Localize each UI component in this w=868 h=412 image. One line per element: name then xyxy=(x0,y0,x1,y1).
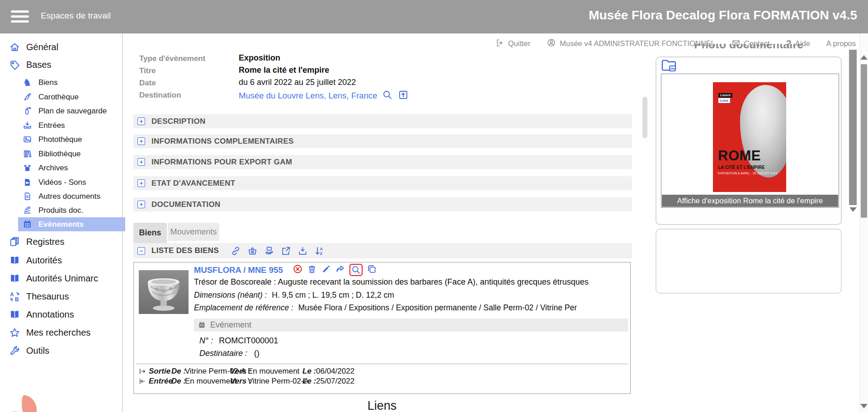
exposition-poster-image[interactable]: Louvre Lens ROME LA CITÉ ET L'EMPIRE EXP… xyxy=(713,82,786,192)
link-icon[interactable] xyxy=(231,246,241,256)
open-record-icon[interactable] xyxy=(398,89,409,102)
view-icon-highlighted[interactable] xyxy=(349,264,363,276)
panel-resize-handle[interactable] xyxy=(642,97,647,138)
sidebar-item-evenements[interactable]: Evènements xyxy=(18,217,125,231)
quit-button[interactable]: Quitter xyxy=(495,38,531,49)
sidebar-item-carotheque[interactable]: Carothèque xyxy=(18,90,125,104)
svg-text:A: A xyxy=(10,291,14,298)
sidebar-item-produits-doc[interactable]: Produits doc. xyxy=(18,203,125,217)
bien-thumbnail-image[interactable] xyxy=(139,270,189,314)
entree-icon xyxy=(139,378,146,387)
sidebar-item-archives[interactable]: Archives xyxy=(18,161,125,175)
hamburger-menu-icon[interactable] xyxy=(11,10,29,23)
workspace-label[interactable]: Espaces de travail xyxy=(41,11,111,21)
duplicate-icon[interactable] xyxy=(367,264,377,276)
search-icon[interactable] xyxy=(382,89,393,102)
sidebar-item-label: Général xyxy=(26,42,58,52)
sidebar-item-label: Carothèque xyxy=(38,93,79,102)
home-icon xyxy=(9,42,20,53)
cancel-icon[interactable] xyxy=(292,264,303,276)
numero-label: N° : xyxy=(199,336,213,345)
user-account-menu[interactable]: Musée v4 ADMINISTRATEUR FONCTIONNEL xyxy=(547,38,715,49)
sidebar-item-label: Outils xyxy=(26,346,49,356)
mouvement-row-entree: Entrée De : En mouvement Vers : Vitrine … xyxy=(134,377,629,387)
scroll-up-icon[interactable] xyxy=(860,55,868,60)
section-etat-avancement[interactable]: + ETAT D'AVANCEMENT xyxy=(133,176,632,190)
sidebar-item-label: Autorités Unimarc xyxy=(26,273,98,284)
sidebar-item-bases[interactable]: Bases xyxy=(0,56,122,73)
edit-icon[interactable] xyxy=(321,264,331,276)
download-icon[interactable] xyxy=(297,246,308,256)
field-label-date: Date xyxy=(139,79,156,88)
books-icon xyxy=(21,149,33,159)
basket-icon[interactable] xyxy=(247,246,258,256)
le-label: Le : xyxy=(302,377,316,386)
evenement-numero-row: N° : ROMCIT000001 xyxy=(199,336,278,346)
sidebar-item-general[interactable]: Général xyxy=(0,39,122,55)
sidebar-item-outils[interactable]: Outils xyxy=(0,342,122,359)
destination-link[interactable]: Musée du Louvre Lens, Lens, France xyxy=(239,91,377,101)
secondary-panel xyxy=(656,229,842,294)
expand-icon[interactable]: + xyxy=(137,137,145,145)
liste-des-biens-bar: − LISTE DES BIENS AZ xyxy=(133,243,632,258)
sidebar-item-biens[interactable]: ♞ Biens xyxy=(18,75,125,89)
expand-icon[interactable]: + xyxy=(137,201,145,208)
sidebar-item-autorites-unimarc[interactable]: Autorités Unimarc xyxy=(0,270,122,286)
loan-hand-icon[interactable] xyxy=(264,246,274,256)
share-icon[interactable] xyxy=(335,264,345,276)
help-button[interactable]: ? Aide xyxy=(786,38,810,49)
sidebar-item-label: Annotations xyxy=(26,309,74,320)
bien-header-row: MUSFLORA / MNE 955 xyxy=(194,264,377,276)
extinguisher-icon xyxy=(21,106,33,116)
logo-petal xyxy=(19,395,39,412)
panel-scrollbar-thumb[interactable] xyxy=(849,50,857,205)
section-informations-complementaires[interactable]: + INFORMATIONS COMPLEMENTAIRES xyxy=(133,134,632,148)
sidebar-item-annotations[interactable]: Annotations xyxy=(0,306,122,323)
wrench-icon xyxy=(9,345,20,356)
sidebar-item-bibliotheque[interactable]: Bibliothèque xyxy=(18,147,125,161)
sidebar-item-entrees[interactable]: Entrées xyxy=(18,118,125,132)
document-icon xyxy=(21,192,33,201)
poster-dates: EXPOSITION 6 AVRIL - 25 JUILLET 2022 xyxy=(718,172,778,175)
section-label: ETAT D'AVANCEMENT xyxy=(151,179,235,188)
expand-icon[interactable]: + xyxy=(137,117,145,125)
card-divider xyxy=(136,364,628,364)
external-link-icon[interactable] xyxy=(281,246,291,256)
sidebar-item-label: Plan de sauvegarde xyxy=(38,107,107,116)
section-documentation[interactable]: + DOCUMENTATION xyxy=(133,197,632,211)
sidebar-item-autorites[interactable]: Autorités xyxy=(0,252,122,268)
delete-icon[interactable] xyxy=(307,264,317,276)
sidebar-item-plan-sauvegarde[interactable]: Plan de sauvegarde xyxy=(18,104,125,118)
bien-reference-link[interactable]: MUSFLORA / MNE 955 xyxy=(194,265,283,275)
image-icon xyxy=(21,135,33,144)
section-informations-export-gam[interactable]: + INFORMATIONS POUR EXPORT GAM xyxy=(133,155,632,169)
contact-button[interactable]: Contact xyxy=(731,38,770,49)
sidebar-item-phototheque[interactable]: Photothèque xyxy=(18,132,125,146)
scroll-down-icon[interactable] xyxy=(860,404,868,408)
section-description[interactable]: + DESCRIPTION xyxy=(133,114,632,128)
app-title: Musée Flora Decalog Flora FORMATION v4.5 xyxy=(589,8,857,23)
sidebar-item-label: Registres xyxy=(26,237,64,247)
folder-image-icon[interactable] xyxy=(661,58,677,75)
expand-icon[interactable]: + xyxy=(137,179,145,187)
tab-mouvements[interactable]: Mouvements xyxy=(168,223,219,241)
expand-icon[interactable]: + xyxy=(137,158,145,166)
collapse-icon[interactable]: − xyxy=(137,247,145,255)
emplacement-value: Musée Flora / Expositions / Exposition p… xyxy=(298,303,577,312)
about-button[interactable]: A propos xyxy=(826,39,856,48)
sidebar-item-thesaurus[interactable]: AB Thesaurus xyxy=(0,288,122,304)
open-book-icon xyxy=(9,309,20,320)
thesaurus-icon: AB xyxy=(9,291,20,302)
sidebar-item-autres-documents[interactable]: Autres documents xyxy=(18,189,125,203)
registers-icon xyxy=(9,236,20,248)
numero-value: ROMCIT000001 xyxy=(219,336,278,345)
field-label-titre: Titre xyxy=(139,66,156,75)
quit-label: Quitter xyxy=(508,39,531,48)
sidebar-item-videos-sons[interactable]: Vidéos - Sons xyxy=(18,175,125,189)
sort-az-icon[interactable]: AZ xyxy=(314,246,325,256)
sidebar-item-registres[interactable]: Registres xyxy=(0,234,122,250)
tab-biens[interactable]: Biens xyxy=(133,223,167,243)
panel-scroll-down-icon[interactable] xyxy=(849,207,857,212)
window-scrollbar-thumb[interactable] xyxy=(861,64,867,218)
sidebar-item-mes-recherches[interactable]: Mes recherches xyxy=(0,324,122,341)
